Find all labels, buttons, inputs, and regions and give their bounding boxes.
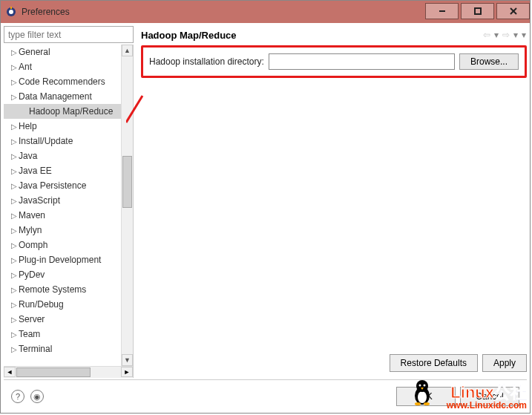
tree-item[interactable]: ▷Java Persistence [4, 178, 133, 193]
tree-item-label: Java EE [19, 166, 52, 176]
tree-item[interactable]: ▷Ant [4, 59, 133, 74]
expand-icon[interactable]: ▷ [10, 197, 19, 205]
help-icon[interactable]: ? [11, 390, 24, 403]
scroll-thumb[interactable] [122, 156, 132, 208]
tree-item-label: Plug-in Development [19, 255, 101, 265]
tree: ▷General▷Ant▷Code Recommenders▷Data Mana… [4, 45, 134, 378]
bottom-bar: ? ◉ OK Cancel [4, 380, 527, 413]
expand-icon[interactable]: ▷ [10, 212, 19, 220]
cancel-button[interactable]: Cancel [460, 387, 519, 406]
tree-item[interactable]: ▷Team [4, 327, 133, 342]
tree-item[interactable]: ▷Plug-in Development [4, 252, 133, 267]
expand-icon[interactable]: ▷ [10, 137, 19, 146]
tree-item[interactable]: ▷JavaScript [4, 193, 133, 208]
expand-icon[interactable]: ▷ [10, 316, 19, 324]
highlighted-area: Hadoop installation directory: Browse... [141, 45, 527, 78]
minimize-button[interactable] [425, 3, 459, 19]
svg-line-7 [126, 96, 142, 122]
svg-point-15 [424, 402, 430, 405]
tree-item[interactable]: ▷Run/Debug [4, 297, 133, 312]
tree-item-label: Data Management [19, 91, 92, 102]
tree-item-label: Terminal [19, 344, 52, 354]
tree-item-label: Ant [19, 62, 32, 72]
tree-item-label: Run/Debug [19, 299, 64, 310]
vertical-scrollbar[interactable]: ▲ ▼ [121, 45, 133, 366]
expand-icon[interactable]: ▷ [10, 286, 19, 294]
tree-item[interactable]: ▷PyDev [4, 267, 133, 282]
tree-item-label: General [19, 47, 50, 57]
tree-item[interactable]: ▷Remote Systems [4, 282, 133, 297]
nav-menu-icon[interactable]: ▾ [521, 29, 527, 41]
apply-button[interactable]: Apply [482, 354, 527, 372]
expand-icon[interactable]: ▷ [10, 256, 19, 264]
expand-icon[interactable]: ▷ [10, 78, 19, 86]
expand-icon[interactable]: ▷ [10, 330, 19, 339]
expand-icon[interactable]: ▷ [10, 271, 19, 279]
import-export-icon[interactable]: ◉ [30, 390, 44, 403]
restore-defaults-button[interactable]: Restore Defaults [390, 354, 478, 372]
scroll-right-button[interactable]: ► [121, 367, 133, 377]
scroll-up-button[interactable]: ▲ [122, 45, 133, 56]
right-pane: Hadoop Map/Reduce ⇦ ▾ ⇨ ▾ ▾ Hadoop insta… [134, 26, 527, 378]
svg-point-12 [424, 385, 426, 387]
tree-item-label: Code Recommenders [19, 76, 105, 87]
nav-forward-menu-icon[interactable]: ▾ [513, 29, 519, 41]
tree-item-label: Install/Update [19, 136, 73, 146]
scroll-down-button[interactable]: ▼ [122, 354, 133, 366]
tree-item[interactable]: ▷Terminal [4, 342, 133, 356]
expand-icon[interactable]: ▷ [10, 226, 19, 235]
tree-item[interactable]: ▷Data Management [4, 89, 133, 104]
svg-point-1 [9, 10, 13, 14]
tree-item[interactable]: ▷Oomph [4, 238, 133, 252]
app-icon [5, 6, 17, 18]
titlebar-title: Preferences [22, 7, 423, 17]
expand-icon[interactable]: ▷ [10, 241, 19, 249]
tree-item[interactable]: ▷Mylyn [4, 223, 133, 238]
expand-icon[interactable]: ▷ [10, 301, 19, 309]
tree-item[interactable]: ▷Code Recommenders [4, 74, 133, 89]
hscroll-thumb[interactable] [16, 367, 91, 377]
tree-item-label: Hadoop Map/Reduce [29, 106, 113, 117]
nav-back-menu-icon[interactable]: ▾ [493, 29, 499, 41]
tree-item[interactable]: ▷Java EE [4, 163, 133, 178]
nav-back-icon[interactable]: ⇦ [482, 29, 491, 41]
tree-item[interactable]: ▷Maven [4, 208, 133, 223]
svg-rect-2 [10, 7, 12, 9]
tree-item-label: Java Persistence [19, 180, 86, 191]
horizontal-scrollbar[interactable]: ◄ ► [4, 366, 133, 378]
nav-forward-icon[interactable]: ⇨ [502, 29, 510, 41]
tree-item-label: Team [19, 329, 40, 339]
svg-point-14 [415, 402, 421, 405]
tree-item[interactable]: ▷Java [4, 148, 133, 163]
browse-button[interactable]: Browse... [459, 53, 519, 70]
svg-rect-4 [475, 8, 481, 14]
tree-item-label: Java [19, 151, 37, 161]
expand-icon[interactable]: ▷ [10, 345, 19, 353]
tree-item-label: Help [19, 121, 37, 131]
install-dir-label: Hadoop installation directory: [149, 56, 264, 67]
expand-icon[interactable]: ▷ [10, 48, 19, 56]
tree-item-label: Maven [19, 210, 45, 220]
tree-item[interactable]: ▷Help [4, 119, 133, 134]
tree-item-label: Server [19, 314, 45, 324]
expand-icon[interactable]: ▷ [10, 152, 19, 160]
tree-item[interactable]: ▷General [4, 45, 133, 59]
expand-icon[interactable]: ▷ [10, 182, 19, 190]
tree-item[interactable]: ▷Server [4, 312, 133, 327]
tree-item[interactable]: Hadoop Map/Reduce [4, 104, 133, 119]
expand-icon[interactable]: ▷ [10, 122, 19, 131]
page-title: Hadoop Map/Reduce [141, 30, 237, 41]
tree-item[interactable]: ▷Install/Update [4, 134, 133, 148]
install-dir-input[interactable] [269, 53, 455, 70]
scroll-left-button[interactable]: ◄ [4, 367, 16, 377]
expand-icon[interactable]: ▷ [10, 63, 19, 71]
maximize-button[interactable] [461, 3, 494, 19]
expand-icon[interactable]: ▷ [10, 167, 19, 175]
svg-point-11 [419, 385, 421, 387]
annotation-arrow-icon [126, 94, 148, 124]
tree-item-label: Oomph [19, 240, 47, 250]
expand-icon[interactable]: ▷ [10, 93, 19, 101]
close-button[interactable] [496, 3, 530, 19]
filter-input[interactable] [4, 26, 134, 43]
svg-point-10 [416, 380, 428, 392]
